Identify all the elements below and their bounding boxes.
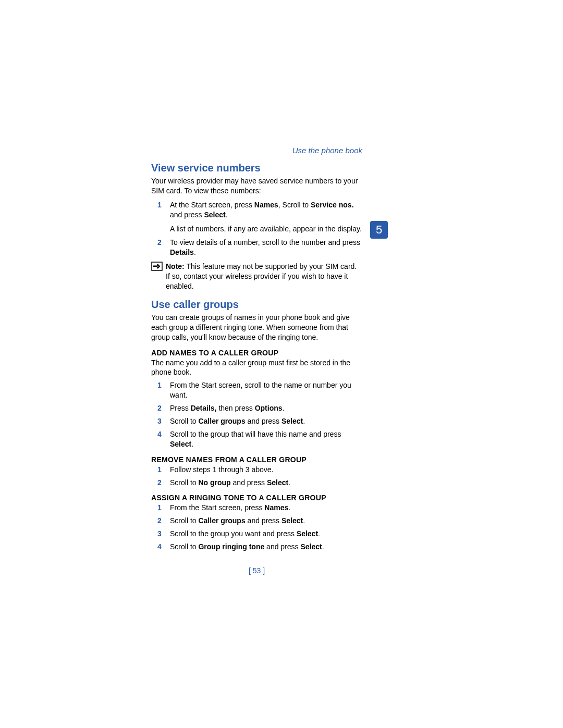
- step-number: 4: [151, 542, 170, 552]
- step-number: 2: [151, 478, 170, 488]
- step-number: 4: [151, 429, 170, 449]
- section2-intro: You can create groups of names in your p…: [151, 313, 362, 342]
- list-item: 3Scroll to Caller groups and press Selec…: [151, 416, 362, 426]
- step-number: 1: [151, 200, 170, 220]
- sub-add-steps: 1From the Start screen, scroll to the na…: [151, 380, 362, 449]
- step-number: 2: [151, 238, 170, 257]
- list-item: 4Scroll to the group that will have this…: [151, 429, 362, 449]
- subheading-remove-names: REMOVE NAMES FROM A CALLER GROUP: [151, 455, 362, 464]
- step-number: 1: [151, 465, 170, 475]
- sub-remove-steps: 1Follow steps 1 through 3 above.2Scroll …: [151, 465, 362, 488]
- section1-steps-part1: 1 At the Start screen, press Names, Scro…: [151, 200, 362, 220]
- list-item: 1Follow steps 1 through 3 above.: [151, 465, 362, 475]
- list-item: 2 To view details of a number, scroll to…: [151, 238, 362, 257]
- sub-ring-steps: 1From the Start screen, press Names.2Scr…: [151, 503, 362, 552]
- step-number: 1: [151, 380, 170, 400]
- list-item: 1From the Start screen, press Names.: [151, 503, 362, 513]
- subheading-add-names: ADD NAMES TO A CALLER GROUP: [151, 349, 362, 357]
- step-text: Scroll to Group ringing tone and press S…: [170, 542, 362, 552]
- step-text: From the Start screen, press Names.: [170, 503, 362, 513]
- section-title-view-service: View service numbers: [151, 162, 362, 174]
- step-text: Scroll to No group and press Select.: [170, 478, 362, 488]
- list-item: 2Scroll to No group and press Select.: [151, 478, 362, 488]
- step-text: Follow steps 1 through 3 above.: [170, 465, 362, 475]
- step-text: To view details of a number, scroll to t…: [170, 238, 362, 257]
- list-item: 2Press Details, then press Options.: [151, 403, 362, 413]
- step-text: Scroll to the group you want and press S…: [170, 529, 362, 539]
- step-number: 1: [151, 503, 170, 513]
- section1-after-step1: A list of numbers, if any are available,…: [170, 224, 362, 234]
- list-item: 1From the Start screen, scroll to the na…: [151, 380, 362, 400]
- step-text: Scroll to Caller groups and press Select…: [170, 516, 362, 526]
- section1-steps-part2: 2 To view details of a number, scroll to…: [151, 238, 362, 257]
- list-item: 1 At the Start screen, press Names, Scro…: [151, 200, 362, 220]
- section-title-caller-groups: Use caller groups: [151, 299, 362, 311]
- step-number: 2: [151, 516, 170, 526]
- note-text: Note: This feature may not be supported …: [166, 262, 362, 291]
- list-item: 2Scroll to Caller groups and press Selec…: [151, 516, 362, 526]
- step-number: 2: [151, 403, 170, 413]
- subheading-assign-ring: ASSIGN A RINGING TONE TO A CALLER GROUP: [151, 493, 362, 502]
- sub-add-intro: The name you add to a caller group must …: [151, 358, 362, 378]
- step-text: At the Start screen, press Names, Scroll…: [170, 200, 362, 220]
- list-item: 3Scroll to the group you want and press …: [151, 529, 362, 539]
- page-number: [ 53 ]: [151, 566, 362, 575]
- list-item: 4Scroll to Group ringing tone and press …: [151, 542, 362, 552]
- step-text: Scroll to the group that will have this …: [170, 429, 362, 449]
- page-content: Use the phone book View service numbers …: [151, 146, 401, 575]
- step-text: From the Start screen, scroll to the nam…: [170, 380, 362, 400]
- step-number: 3: [151, 529, 170, 539]
- step-text: Press Details, then press Options.: [170, 403, 362, 413]
- note-block: Note: This feature may not be supported …: [151, 262, 362, 291]
- section1-intro: Your wireless provider may have saved se…: [151, 176, 362, 196]
- step-number: 3: [151, 416, 170, 426]
- note-icon: [151, 262, 166, 273]
- step-text: Scroll to Caller groups and press Select…: [170, 416, 362, 426]
- chapter-header: Use the phone book: [151, 146, 362, 155]
